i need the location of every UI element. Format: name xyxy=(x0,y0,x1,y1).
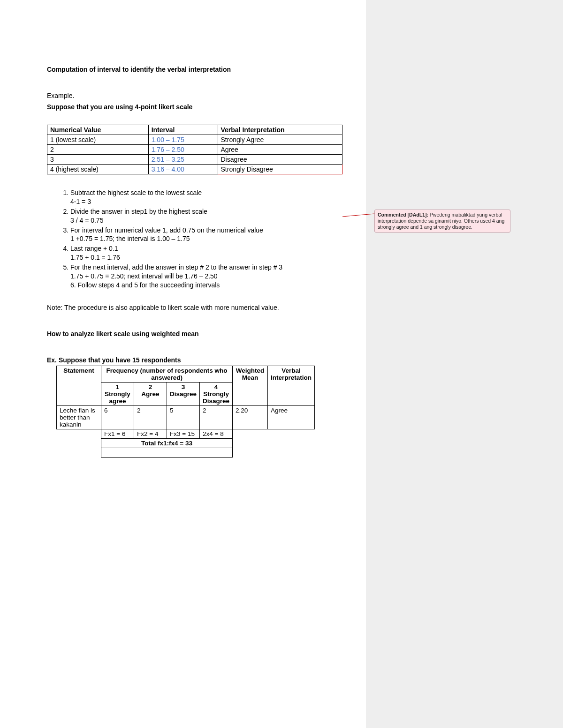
note-line: Note: The procedure is also applicable t… xyxy=(47,304,342,311)
t1-vi: Agree xyxy=(218,145,342,155)
how-title: How to analyze likert scale using weight… xyxy=(47,330,342,338)
t2-v1: 6 xyxy=(101,405,134,429)
weighted-mean-table: Statement Frequency (number of responden… xyxy=(56,366,315,458)
list-item: Divide the answer in step1 by the highes… xyxy=(70,207,342,225)
t2-col1: 1Strongly agree xyxy=(101,382,134,405)
step-sub: 4-1 = 3 xyxy=(70,198,91,205)
t1-h-nv: Numerical Value xyxy=(47,125,149,135)
t2-wm: 2.20 xyxy=(233,405,268,429)
t2-h-wm: Weighted Mean xyxy=(233,366,268,405)
t2-v3: 5 xyxy=(167,405,200,429)
t1-h-vi: Verbal Interpretation xyxy=(218,125,342,135)
list-item: For interval for numerical value 1, add … xyxy=(70,226,342,244)
t1-int: 2.51 – 3.25 xyxy=(148,155,218,165)
list-item: For the next interval, add the answer in… xyxy=(70,263,342,290)
comment-balloon[interactable]: Commented [DAdL1]: Pwedeng mabaliktad yu… xyxy=(374,210,510,233)
t2-h-freq: Frequency (number of respondents who ans… xyxy=(101,366,233,382)
table-row: Fx1 = 6 Fx2 = 4 Fx3 = 15 2x4 = 8 xyxy=(57,429,315,438)
t2-empty xyxy=(101,448,233,457)
table-row: Total fx1:fx4 = 33 xyxy=(57,438,315,448)
t1-vi: Disagree xyxy=(218,155,342,165)
example2-line: Ex. Suppose that you have 15 respondents xyxy=(47,356,342,364)
t2-stmt: Leche flan is better than kakanin xyxy=(57,405,101,429)
steps-list: Subtract the highest scale to the lowest… xyxy=(47,188,342,290)
comment-author: Commented [DAdL1]: xyxy=(378,212,430,218)
t2-v2: 2 xyxy=(134,405,167,429)
t1-vi: Strongly Agree xyxy=(218,135,342,145)
table-row: 3 2.51 – 3.25 Disagree xyxy=(47,155,342,165)
t2-fx1: Fx1 = 6 xyxy=(101,429,134,438)
t1-nv: 3 xyxy=(47,155,149,165)
t1-nv: 4 (highest scale) xyxy=(47,165,149,174)
interval-table: Numerical Value Interval Verbal Interpre… xyxy=(47,125,342,174)
t1-nv: 2 xyxy=(47,145,149,155)
table-row: 4 (highest scale) 3.16 – 4.00 Strongly D… xyxy=(47,165,342,174)
t2-col2: 2Agree xyxy=(134,382,167,405)
table-row: 1 (lowest scale) 1.00 – 1.75 Strongly Ag… xyxy=(47,135,342,145)
list-item: Last range + 0.1 1.75 + 0.1 = 1.76 xyxy=(70,244,342,262)
table-row: Leche flan is better than kakanin 6 2 5 … xyxy=(57,405,315,429)
t2-fx4: 2x4 = 8 xyxy=(200,429,233,438)
t2-col4: 4Strongly Disagree xyxy=(200,382,233,405)
step-text: For the next interval, add the answer in… xyxy=(70,263,282,271)
comment-connector xyxy=(342,216,374,220)
t1-vi-highlighted: Strongly Disagree xyxy=(218,165,342,174)
t2-vi: Agree xyxy=(268,405,315,429)
t2-total: Total fx1:fx4 = 33 xyxy=(101,438,233,448)
example-label: Example. xyxy=(47,92,342,99)
t1-int: 3.16 – 4.00 xyxy=(148,165,218,174)
step-sub: 1.75 + 0.1 = 1.76 xyxy=(70,254,120,261)
t1-int: 1.76 – 2.50 xyxy=(148,145,218,155)
t2-h-stmt: Statement xyxy=(57,366,101,405)
step-text: For interval for numerical value 1, add … xyxy=(70,226,263,234)
t2-col3: 3Disagree xyxy=(167,382,200,405)
step-sub: 6. Follow steps 4 and 5 for the succeedi… xyxy=(70,281,220,289)
table-row: 2 1.76 – 2.50 Agree xyxy=(47,145,342,155)
step-sub: 1 +0.75 = 1.75; the interval is 1.00 – 1… xyxy=(70,235,190,242)
svg-line-0 xyxy=(342,214,374,217)
t1-int: 1.00 – 1.75 xyxy=(148,135,218,145)
document-body: Computation of interval to identify the … xyxy=(0,0,366,728)
t1-h-int: Interval xyxy=(148,125,218,135)
step-text: Last range + 0.1 xyxy=(70,245,118,252)
t2-v4: 2 xyxy=(200,405,233,429)
table-row xyxy=(57,448,315,457)
t2-fx2: Fx2 = 4 xyxy=(134,429,167,438)
step-text: Subtract the highest scale to the lowest… xyxy=(70,189,202,196)
t2-h-vi: Verbal Interpretation xyxy=(268,366,315,405)
list-item: Subtract the highest scale to the lowest… xyxy=(70,188,342,206)
step-sub: 1.75 + 0.75 = 2.50; next interval will b… xyxy=(70,272,218,280)
doc-title: Computation of interval to identify the … xyxy=(47,66,342,73)
t2-fx3: Fx3 = 15 xyxy=(167,429,200,438)
suppose-line: Suppose that you are using 4-point liker… xyxy=(47,103,342,111)
t1-nv: 1 (lowest scale) xyxy=(47,135,149,145)
step-text: Divide the answer in step1 by the highes… xyxy=(70,208,207,215)
step-sub: 3 / 4 = 0.75 xyxy=(70,217,103,224)
comment-panel: Commented [DAdL1]: Pwedeng mabaliktad yu… xyxy=(366,0,563,728)
